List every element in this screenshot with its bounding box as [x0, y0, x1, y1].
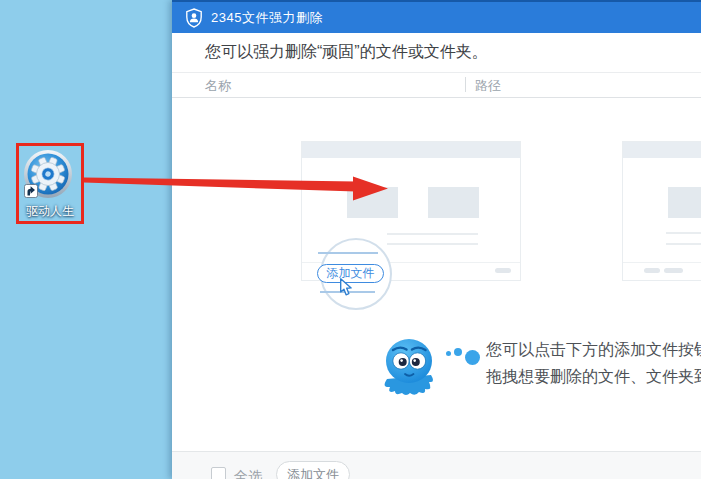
- tip-line-2: 拖拽想要删除的文件、文件夹到: [486, 363, 701, 390]
- octopus-mascot: [377, 335, 441, 397]
- desktop-icon-label: 驱动人生: [14, 203, 86, 220]
- placeholder-pill: [644, 268, 660, 273]
- column-divider: [465, 77, 466, 92]
- placeholder-divider: [623, 262, 701, 263]
- callout-line: [318, 252, 378, 254]
- column-header-name: 名称: [205, 77, 231, 95]
- table-header: 名称 路径: [172, 73, 701, 98]
- tip-line-1: 您可以点击下方的添加文件按钮: [486, 336, 701, 363]
- placeholder-card: [622, 141, 701, 281]
- placeholder-line: [666, 243, 701, 245]
- app-window: 2345文件强力删除 您可以强力删除“顽固”的文件或文件夹。 名称 路径: [172, 0, 701, 479]
- select-all-label: 全选: [234, 468, 262, 479]
- cursor-icon: [339, 278, 354, 297]
- placeholder-block: [428, 187, 479, 218]
- select-all-checkbox[interactable]: [211, 467, 226, 479]
- placeholder-line: [387, 243, 478, 245]
- tip-text: 您可以点击下方的添加文件按钮 拖拽想要删除的文件、文件夹到: [486, 336, 701, 390]
- speech-dot: [465, 350, 480, 365]
- file-list-empty-state: 添加文件: [172, 98, 701, 450]
- speech-dot: [454, 348, 462, 356]
- placeholder-pill: [664, 268, 683, 273]
- placeholder-line: [387, 233, 478, 235]
- placeholder-card-header: [623, 142, 701, 158]
- placeholder-line: [666, 232, 701, 234]
- footer-toolbar: 全选 添加文件: [172, 451, 701, 479]
- placeholder-block: [347, 187, 398, 218]
- shortcut-arrow-badge: [25, 185, 38, 198]
- speech-dot: [446, 351, 451, 356]
- placeholder-block: [668, 187, 701, 218]
- add-file-button[interactable]: 添加文件: [276, 461, 350, 479]
- column-header-path: 路径: [475, 77, 501, 95]
- shield-user-icon: [185, 8, 203, 28]
- window-title: 2345文件强力删除: [211, 9, 323, 27]
- subtitle: 您可以强力删除“顽固”的文件或文件夹。: [172, 33, 701, 73]
- placeholder-card-header: [302, 142, 520, 158]
- placeholder-pill: [495, 268, 511, 273]
- titlebar[interactable]: 2345文件强力删除: [172, 0, 701, 33]
- driver-app-icon[interactable]: [23, 149, 73, 199]
- desktop-screen: 驱动人生 2345文件强力删除 您可以强力删除“顽固”的文件或文件夹。 名称 路…: [0, 0, 701, 479]
